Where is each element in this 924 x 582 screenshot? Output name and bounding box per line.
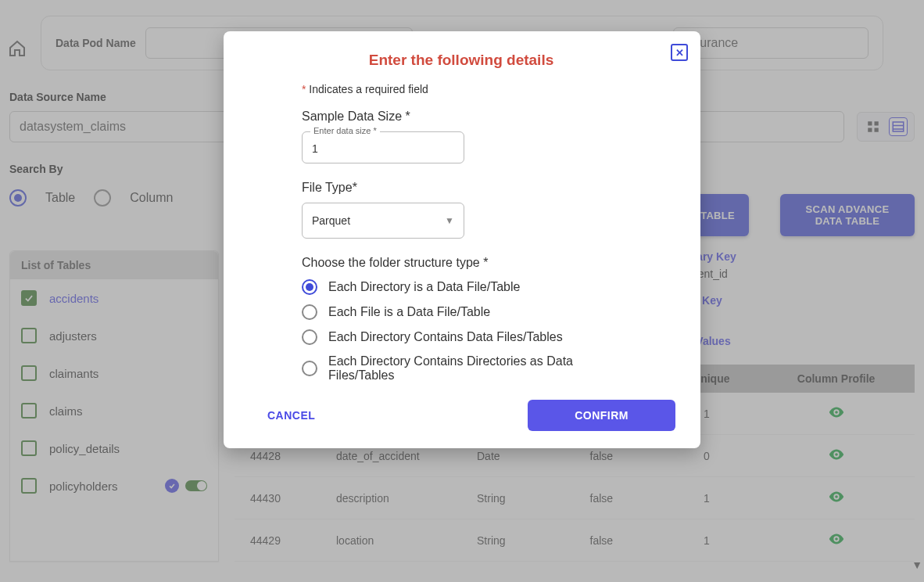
folder-option-0[interactable]: Each Directory is a Data File/Table — [302, 279, 675, 295]
radio-icon — [302, 279, 317, 295]
folder-option-3[interactable]: Each Directory Contains Directories as D… — [302, 354, 675, 383]
required-note: * Indicates a required field — [302, 83, 675, 95]
file-type-select[interactable]: Parquet ▼ — [302, 203, 464, 239]
folder-option-2[interactable]: Each Directory Contains Data Files/Table… — [302, 329, 675, 345]
sample-size-legend: Enter data size * — [310, 126, 380, 135]
cancel-button[interactable]: CANCEL — [247, 403, 335, 428]
sample-data-size-label: Sample Data Size * — [302, 110, 675, 124]
radio-icon — [302, 361, 317, 376]
file-type-value: Parquet — [312, 214, 350, 227]
folder-option-1[interactable]: Each File is a Data File/Table — [302, 304, 675, 320]
modal-overlay: ✕ Enter the following details * Indicate… — [0, 0, 924, 582]
file-type-label: File Type* — [302, 181, 675, 195]
radio-icon — [302, 329, 317, 345]
modal-title: Enter the following details — [247, 52, 675, 69]
enter-details-modal: ✕ Enter the following details * Indicate… — [224, 31, 700, 448]
confirm-button[interactable]: CONFIRM — [528, 400, 675, 431]
sample-size-value: 1 — [312, 142, 318, 155]
close-icon[interactable]: ✕ — [671, 44, 688, 61]
sample-data-size-input[interactable]: Enter data size * 1 — [302, 131, 464, 163]
radio-icon — [302, 304, 317, 320]
chevron-down-icon: ▼ — [445, 215, 454, 226]
folder-structure-label: Choose the folder structure type * — [302, 256, 675, 270]
